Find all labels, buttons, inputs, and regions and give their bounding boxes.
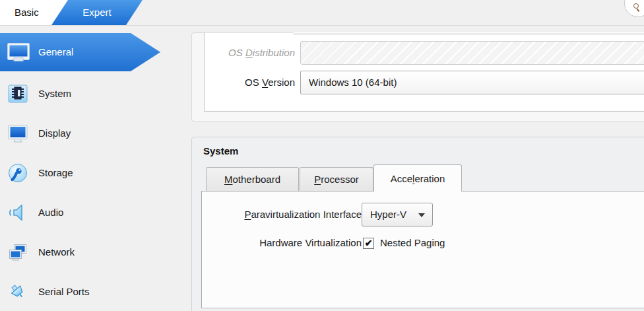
tab-basic[interactable]: Basic [0,0,49,25]
tab-motherboard[interactable]: Motherboard [206,167,299,191]
chevron-down-icon [418,213,425,217]
os-distribution-label: OS Distribution [198,41,295,65]
tab-processor[interactable]: Processor [300,167,373,191]
os-version-label: OS Version [198,71,295,94]
hard-disk-icon [7,162,28,184]
display-icon [7,123,28,144]
paravirtualization-combo[interactable]: Hyper-V [362,203,433,226]
sidebar-item-label: Network [38,239,75,265]
system-section-title: System [203,145,238,156]
sidebar-item-label: General [38,33,73,71]
sidebar-item-label: Audio [38,199,63,226]
paravirtualization-value: Hyper-V [370,209,406,220]
settings-sidebar: General System [0,26,165,311]
sidebar-item-audio[interactable]: Audio [0,199,165,226]
two-monitors-icon [7,242,28,263]
serial-plug-icon [7,281,28,302]
sidebar-item-label: System [38,81,71,107]
chip-icon [7,83,28,104]
sidebar-item-system[interactable]: System [0,81,165,107]
nested-paging-checkbox[interactable]: ✔ [363,238,374,249]
top-mode-bar: Basic Expert [0,0,644,26]
hardware-virtualization-label: Hardware Virtualization [211,232,362,254]
os-version-combo[interactable]: Windows 10 (64-bit) [300,71,644,94]
os-distribution-combo [300,41,644,65]
clipped-field-remnant [294,32,644,34]
tab-acceleration[interactable]: Acceleration [373,164,462,191]
speaker-icon [7,202,28,223]
paravirtualization-interface-label: Paravirtualization Interface [211,203,362,226]
sidebar-item-general[interactable]: General [0,33,160,71]
nested-paging-label[interactable]: Nested Paging [380,232,525,254]
sidebar-item-display[interactable]: Display [0,120,165,147]
monitor-icon [7,40,30,64]
sidebar-item-label: Storage [38,160,73,186]
sidebar-item-label: Display [38,120,71,147]
sidebar-item-network[interactable]: Network [0,239,165,265]
search-settings-button[interactable] [624,0,644,17]
sidebar-item-serial-ports[interactable]: Serial Ports [0,279,165,305]
sidebar-item-storage[interactable]: Storage [0,160,165,186]
sidebar-item-label: Serial Ports [38,279,90,305]
search-icon [633,3,639,9]
